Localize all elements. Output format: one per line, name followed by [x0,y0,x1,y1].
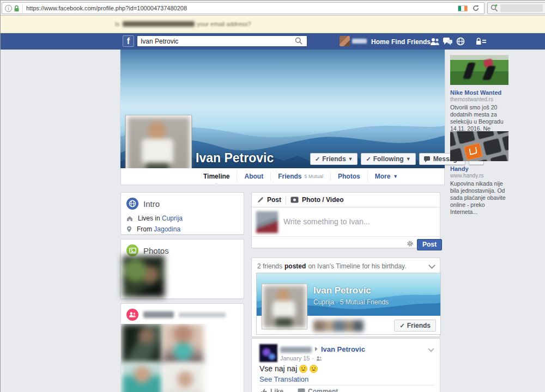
profile-action-buttons: ✓Friends▼ ✓Following▼ Message ... [310,153,545,165]
caret-down-icon: ▼ [406,154,411,164]
post-avatar[interactable] [259,344,277,362]
ad-title[interactable]: Handy [450,166,509,172]
photos-card: Photos [120,239,244,299]
chevron-down-icon[interactable] [428,346,434,352]
smiley-emoji-icon [299,365,307,373]
composer-photo-video-tab[interactable]: Photo / Video [290,196,343,204]
ad-domain: www.handy.rs [450,173,509,179]
padlock-icon[interactable] [14,5,20,12]
address-bar[interactable]: i https://www.facebook.com/profile.php?i… [2,2,485,14]
post-body: Vse naj naj [259,364,318,373]
location-pin-icon [126,226,132,232]
lives-in-row: Lives in Cuprija [121,213,244,224]
email-confirm-question: Is your email address? [115,21,251,27]
post-author-redacted[interactable] [280,347,312,353]
home-icon [126,216,133,222]
post-submit-button[interactable]: Post [417,239,442,250]
url-text[interactable]: https://www.facebook.com/profile.php?id=… [26,5,187,11]
friend-photo[interactable] [122,324,162,363]
privacy-shortcuts-icon[interactable] [476,38,485,46]
arrow-right-icon [315,347,318,351]
tab-more[interactable]: More▼ [368,168,405,185]
profile-name-redacted[interactable] [352,39,367,44]
friends-card [120,303,244,392]
browser-search-box[interactable] [487,2,545,14]
see-translation-link[interactable]: See Translation [259,375,308,383]
ad-nike[interactable]: Nike Most Wanted themostwanted.rs Otvori… [450,55,509,139]
email-confirm-banner: Is your email address? Yes, add to my Fa… [1,16,545,33]
mini-profile-picture[interactable] [262,284,307,329]
reload-icon[interactable] [472,4,480,12]
search-input-well[interactable] [500,4,543,12]
birthday-header: 2 friends posted on Ivan's Timeline for … [252,258,440,273]
divider [22,4,23,13]
facebook-navbar: f Home Find Friends ▼ [1,33,545,50]
mini-friends-button[interactable]: ✓Friends [394,320,436,332]
birthday-profile-card[interactable]: Ivan Petrovic Cuprija · 5 Mutual Friends… [256,273,441,335]
ad-handy[interactable]: Handy www.handy.rs Kupovina nikada nije … [450,131,509,216]
browser-toolbar: i https://www.facebook.com/profile.php?i… [1,1,545,16]
composer-input[interactable] [283,215,431,229]
mini-profile-subtitle: Cuprija · 5 Mutual Friends [313,298,389,306]
composer-avatar [256,211,278,233]
messenger-icon[interactable] [443,38,452,46]
redacted-email [123,21,195,27]
friends-title-redacted [143,311,174,318]
ad-image-soccer[interactable] [450,55,508,85]
caret-down-icon: ▼ [393,174,398,179]
like-icon [261,388,268,392]
photo-thumbnail[interactable] [123,256,165,297]
profile-name: Ivan Petrovic [196,151,274,166]
search-icon[interactable] [295,37,302,45]
photos-title: Photos [143,246,169,255]
mutual-friends-facepile-redacted [313,320,364,332]
intro-globe-icon [126,198,138,210]
friends-button[interactable]: ✓Friends▼ [310,153,358,165]
post-author-target[interactable]: Ivan Petrovic [321,345,365,353]
intro-card: Intro Lives in Cuprija From Jagodina [120,192,244,235]
tab-about[interactable]: About [237,168,270,185]
tab-photos[interactable]: Photos [331,168,367,185]
page-info-icon[interactable]: i [5,5,12,12]
flag-icon[interactable] [458,5,468,11]
photo-video-icon [290,197,299,203]
ad-title[interactable]: Nike Most Wanted [450,89,509,96]
audience-friends-icon [316,356,322,361]
from-link[interactable]: Jagodina [154,225,180,233]
check-icon: ✓ [315,154,320,164]
gear-icon[interactable] [407,240,414,247]
nav-home[interactable]: Home [371,38,389,46]
comment-icon [298,388,305,392]
like-button[interactable]: Like [261,388,283,392]
profile-tabs: Timeline About Friends5 Mutual Photos Mo… [120,168,445,185]
comment-button[interactable]: Comment [298,388,338,392]
ad-domain: themostwanted.rs [450,96,509,102]
ad-image-keyboard[interactable] [450,131,508,161]
intro-title: Intro [143,199,160,209]
profile-thumbnail[interactable] [340,36,350,46]
photos-icon [126,244,138,256]
friend-photo[interactable] [163,324,203,363]
friends-grid [121,324,244,392]
lives-in-link[interactable]: Cuprija [162,215,183,222]
facebook-search-input[interactable] [137,35,307,47]
friends-icon [126,309,138,321]
friend-photo[interactable] [163,364,203,392]
following-button[interactable]: ✓Following▼ [361,153,415,165]
post-date-row[interactable]: January 15· [280,355,322,362]
message-icon [424,156,431,162]
tab-friends[interactable]: Friends5 Mutual [271,168,330,185]
caret-down-icon: ▼ [348,154,353,164]
friend-photo[interactable] [122,364,162,392]
composer-card: Post Photo / Video Post [251,192,440,248]
mutual-friends-badge: 5 Mutual [304,174,323,179]
facebook-logo[interactable]: f [123,35,134,47]
notifications-globe-icon[interactable] [456,37,465,46]
composer-post-tab[interactable]: Post [257,196,281,204]
birthday-section: 2 friends posted on Ivan's Timeline for … [251,258,440,337]
search-plus-icon [491,4,498,12]
nav-find-friends[interactable]: Find Friends [391,38,431,46]
tab-timeline[interactable]: Timeline [196,168,237,185]
check-icon: ✓ [399,320,404,331]
friend-requests-icon[interactable] [430,38,439,46]
